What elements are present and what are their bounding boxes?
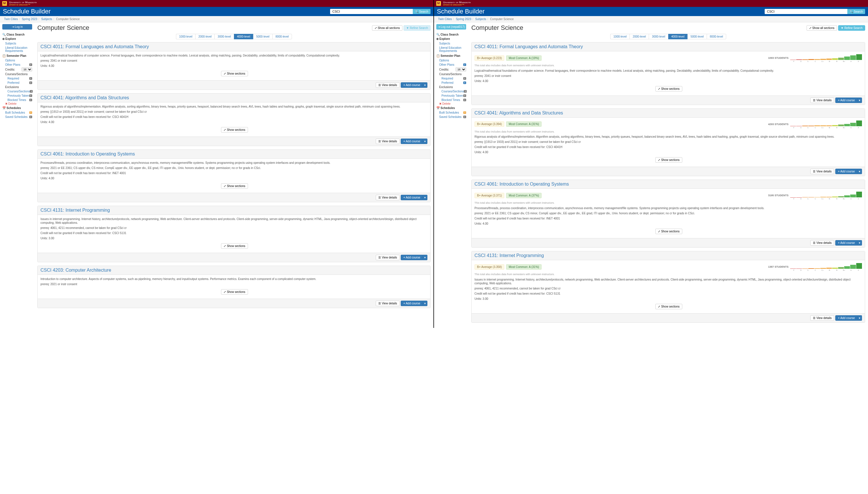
sidebar-blocked-times[interactable]: Blocked Times 0 — [436, 98, 466, 102]
sidebar-other-plans[interactable]: Other Plans 0 — [2, 62, 32, 67]
level-tab[interactable]: 8000-level — [707, 34, 726, 39]
search-input[interactable] — [765, 9, 847, 14]
add-course-button[interactable]: + Add course — [835, 315, 857, 321]
add-course-dropdown[interactable]: ▾ — [423, 301, 427, 306]
view-details-button[interactable]: ☰ View details — [810, 315, 834, 321]
course-title[interactable]: CSCI 4203: Computer Architecture — [38, 266, 430, 275]
search-button[interactable]: 🔍 Search — [413, 9, 430, 14]
explore-head[interactable]: ⊕ Explore — [436, 37, 466, 40]
logout-button[interactable]: ⇥ Log out (nepal017) — [436, 24, 466, 30]
refine-search-button[interactable]: ▼ Refine Search — [404, 25, 430, 31]
course-title[interactable]: CSCI 4061: Introduction to Operating Sys… — [38, 150, 430, 159]
crumb-subjects[interactable]: Subjects — [41, 18, 52, 21]
login-button[interactable]: ⇥ Log in — [2, 24, 32, 30]
add-course-dropdown[interactable]: ▾ — [423, 82, 427, 88]
course-title[interactable]: CSCI 4011: Formal Languages and Automata… — [38, 42, 430, 51]
credits-select[interactable]: 16 — [456, 68, 466, 72]
sidebar-ex-courses[interactable]: Courses/Sections 0 — [436, 89, 466, 94]
sidebar-libed[interactable]: Liberal Education Requirements — [436, 45, 466, 53]
class-search-head[interactable]: 🔍 Class Search — [2, 33, 32, 36]
sidebar-saved-schedules[interactable]: Saved Schedules 0 — [436, 115, 466, 119]
sidebar-required[interactable]: Required 0 — [436, 76, 466, 81]
sidebar-ex-courses[interactable]: Courses/Sections 0 — [2, 89, 32, 94]
crumb-term[interactable]: Spring 2023 — [456, 18, 471, 21]
add-course-dropdown[interactable]: ▾ — [423, 195, 427, 200]
search-input[interactable] — [330, 9, 413, 14]
delete-link[interactable]: ✖ Delete — [2, 102, 32, 105]
level-tab[interactable]: 4000-level — [668, 34, 687, 39]
delete-link[interactable]: ✖ Delete — [436, 102, 466, 105]
credits-select[interactable]: 16 — [21, 68, 32, 72]
level-tab[interactable]: 2000-level — [629, 34, 649, 39]
view-details-button[interactable]: ☰ View details — [810, 240, 834, 246]
level-tab[interactable]: 1000-level — [176, 34, 195, 39]
show-sections-button[interactable]: ⤢ Show sections — [221, 183, 248, 189]
crumb-term[interactable]: Spring 2023 — [22, 18, 37, 21]
level-tab[interactable]: 2000-level — [195, 34, 215, 39]
add-course-button[interactable]: + Add course — [835, 169, 857, 174]
sidebar-other-plans[interactable]: Other Plans 2 — [436, 62, 466, 67]
semester-plan-head[interactable]: 📋 Semester Plan — [436, 54, 466, 57]
add-course-dropdown[interactable]: ▾ — [423, 255, 427, 260]
view-details-button[interactable]: ☰ View details — [376, 195, 400, 200]
add-course-dropdown[interactable]: ▾ — [423, 138, 427, 144]
sidebar-options[interactable]: Options — [2, 58, 32, 62]
sidebar-preferred[interactable]: Preferred 4 — [436, 81, 466, 85]
add-course-button[interactable]: + Add course — [401, 255, 423, 260]
show-sections-button[interactable]: ⤢ Show sections — [221, 289, 248, 294]
sidebar-blocked-times[interactable]: Blocked Times 0 — [2, 98, 32, 102]
search-button[interactable]: 🔍 Search — [847, 9, 865, 14]
level-tab[interactable]: 8000-level — [272, 34, 292, 39]
show-sections-button[interactable]: ⤢ Show sections — [655, 86, 682, 92]
course-title[interactable]: CSCI 4131: Internet Programming — [472, 251, 865, 260]
show-all-button[interactable]: ⤢ Show all sections — [372, 25, 402, 31]
add-course-dropdown[interactable]: ▾ — [857, 169, 862, 174]
sidebar-built-schedules[interactable]: Built Schedules ? — [2, 111, 32, 115]
add-course-button[interactable]: + Add course — [401, 195, 423, 200]
add-course-dropdown[interactable]: ▾ — [857, 97, 862, 103]
crumb-campus[interactable]: Twin Cities — [4, 18, 18, 21]
show-sections-button[interactable]: ⤢ Show sections — [221, 243, 248, 249]
sidebar-subjects[interactable]: Subjects — [436, 41, 466, 45]
sidebar-libed[interactable]: Liberal Education Requirements — [2, 45, 32, 53]
show-sections-button[interactable]: ⤢ Show sections — [655, 229, 682, 234]
show-sections-button[interactable]: ⤢ Show sections — [655, 157, 682, 163]
sidebar-built-schedules[interactable]: Built Schedules ? — [436, 111, 466, 115]
add-course-dropdown[interactable]: ▾ — [857, 315, 862, 321]
sidebar-saved-schedules[interactable]: Saved Schedules 0 — [2, 115, 32, 119]
schedules-head[interactable]: 📅 Schedules — [2, 107, 32, 110]
sidebar-options[interactable]: Options — [436, 58, 466, 62]
show-sections-button[interactable]: ⤢ Show sections — [221, 71, 248, 76]
add-course-button[interactable]: + Add course — [401, 138, 423, 144]
view-details-button[interactable]: ☰ View details — [376, 138, 400, 144]
course-title[interactable]: CSCI 4011: Formal Languages and Automata… — [472, 42, 865, 51]
level-tab[interactable]: 5000-level — [687, 34, 707, 39]
level-tab[interactable]: 5000-level — [253, 34, 272, 39]
show-all-button[interactable]: ⤢ Show all sections — [807, 25, 837, 31]
crumb-campus[interactable]: Twin Cities — [438, 18, 452, 21]
explore-head[interactable]: ⊕ Explore — [2, 37, 32, 40]
view-details-button[interactable]: ☰ View details — [810, 169, 834, 174]
show-sections-button[interactable]: ⤢ Show sections — [221, 127, 248, 133]
level-tab[interactable]: 4000-level — [234, 34, 253, 39]
crumb-subjects[interactable]: Subjects — [475, 18, 486, 21]
add-course-button[interactable]: + Add course — [401, 82, 423, 88]
sidebar-required[interactable]: Required 0 — [2, 76, 32, 81]
add-course-button[interactable]: + Add course — [401, 301, 423, 306]
sidebar-subjects[interactable]: Subjects — [2, 41, 32, 45]
show-sections-button[interactable]: ⤢ Show sections — [655, 304, 682, 309]
sidebar-preferred[interactable]: Preferred 0 — [2, 81, 32, 85]
sidebar-prev-taken[interactable]: Previously Taken 0 — [436, 94, 466, 98]
add-course-dropdown[interactable]: ▾ — [857, 240, 862, 246]
add-course-button[interactable]: + Add course — [835, 97, 857, 103]
class-search-head[interactable]: 🔍 Class Search — [436, 33, 466, 36]
schedules-head[interactable]: 📅 Schedules — [436, 107, 466, 110]
semester-plan-head[interactable]: 📋 Semester Plan — [2, 54, 32, 57]
view-details-button[interactable]: ☰ View details — [376, 301, 400, 306]
add-course-button[interactable]: + Add course — [835, 240, 857, 246]
view-details-button[interactable]: ☰ View details — [376, 82, 400, 88]
level-tab[interactable]: 3000-level — [215, 34, 234, 39]
course-title[interactable]: CSCI 4041: Algorithms and Data Structure… — [472, 109, 865, 118]
level-tab[interactable]: 3000-level — [649, 34, 668, 39]
view-details-button[interactable]: ☰ View details — [810, 97, 834, 103]
